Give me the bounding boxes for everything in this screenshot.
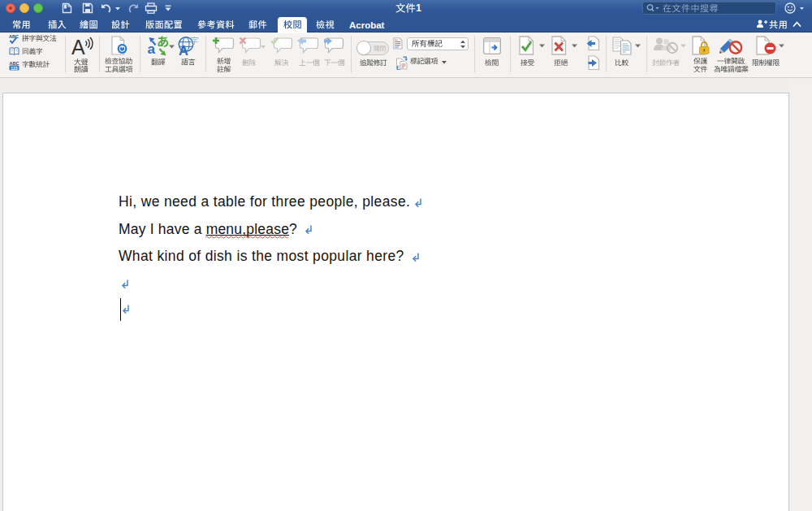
svg-text:ABC: ABC (9, 34, 19, 39)
svg-text:123: 123 (11, 66, 18, 71)
